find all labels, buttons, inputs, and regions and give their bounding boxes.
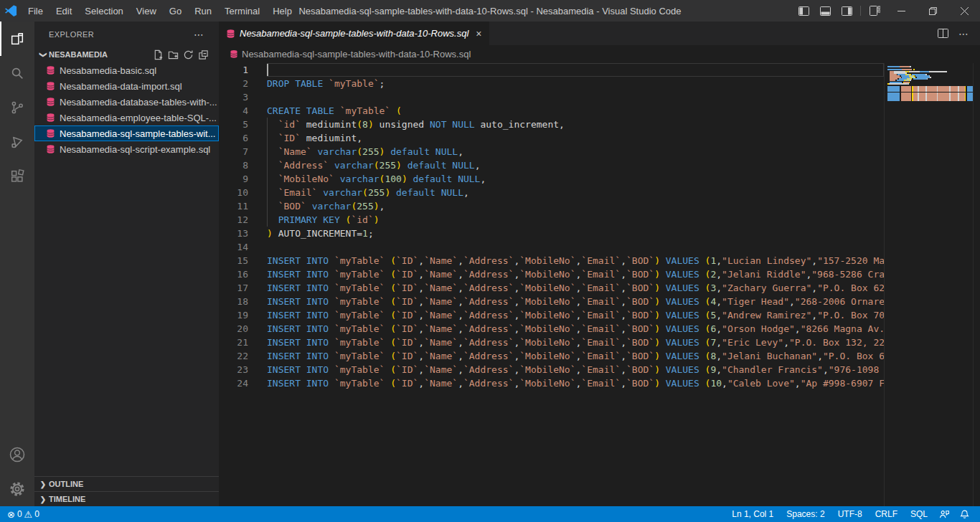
code-text: `MobileNo` varchar(100) default NULL, bbox=[267, 172, 486, 186]
overview-ruler-scrollbar[interactable] bbox=[973, 63, 980, 506]
new-file-icon[interactable] bbox=[153, 49, 164, 60]
search-icon[interactable] bbox=[0, 56, 34, 90]
file-item[interactable]: Nesabamedia-data-import.sql bbox=[34, 78, 219, 94]
section-timeline[interactable]: ❯TIMELINE bbox=[34, 491, 219, 506]
breadcrumb-file[interactable]: Nesabamedia-sql-sample-tables-with-data-… bbox=[242, 49, 471, 60]
line-number: 5 bbox=[219, 118, 267, 131]
line-number: 16 bbox=[219, 267, 267, 281]
code-line[interactable]: 23INSERT INTO `myTable` (`ID`,`Name`,`Ad… bbox=[219, 363, 884, 376]
code-line[interactable]: 7 `Name` varchar(255) default NULL, bbox=[219, 145, 884, 158]
editor-more-actions-icon[interactable]: ⋯ bbox=[958, 28, 970, 39]
run-and-debug-icon[interactable] bbox=[0, 125, 34, 159]
folder-section-header[interactable]: ❯ NESABAMEDIA bbox=[34, 47, 219, 62]
code-line[interactable]: 17INSERT INTO `myTable` (`ID`,`Name`,`Ad… bbox=[219, 281, 884, 295]
notifications-bell-icon[interactable] bbox=[955, 509, 974, 519]
code-line[interactable]: 5 `id` mediumint(8) unsigned NOT NULL au… bbox=[219, 118, 884, 131]
line-number: 4 bbox=[219, 104, 267, 118]
restore-button[interactable] bbox=[917, 0, 948, 22]
code-area[interactable]: 12DROP TABLE `myTable`;34CREATE TABLE `m… bbox=[219, 63, 884, 506]
file-item[interactable]: Nesabamedia-sql-script-example.sql bbox=[34, 141, 219, 157]
settings-gear-icon[interactable] bbox=[0, 472, 34, 506]
line-number: 18 bbox=[219, 295, 267, 308]
section-label: OUTLINE bbox=[49, 480, 83, 488]
menu-help[interactable]: Help bbox=[266, 0, 298, 22]
code-text: `id` mediumint(8) unsigned NOT NULL auto… bbox=[267, 118, 565, 131]
code-editor[interactable]: 12DROP TABLE `myTable`;34CREATE TABLE `m… bbox=[219, 63, 980, 506]
line-number: 7 bbox=[219, 145, 267, 158]
code-line[interactable]: 8 `Address` varchar(255) default NULL, bbox=[219, 158, 884, 172]
sql-file-icon bbox=[46, 128, 55, 138]
breadcrumb[interactable]: Nesabamedia-sql-sample-tables-with-data-… bbox=[219, 45, 980, 63]
new-folder-icon[interactable] bbox=[168, 49, 179, 60]
code-line[interactable]: 22INSERT INTO `myTable` (`ID`,`Name`,`Ad… bbox=[219, 349, 884, 363]
collapse-folders-icon[interactable] bbox=[198, 49, 209, 60]
refresh-icon[interactable] bbox=[183, 49, 194, 60]
file-name: Nesabamedia-sql-sample-tables-wit... bbox=[60, 128, 215, 139]
line-number: 9 bbox=[219, 172, 267, 186]
feedback-icon[interactable] bbox=[934, 510, 955, 519]
code-line[interactable]: 13) AUTO_INCREMENT=1; bbox=[219, 227, 884, 240]
language-mode[interactable]: SQL bbox=[904, 509, 934, 519]
source-control-icon[interactable] bbox=[0, 90, 34, 125]
tab-close-icon[interactable]: × bbox=[476, 29, 481, 39]
code-line[interactable]: 12 PRIMARY KEY (`id`) bbox=[219, 213, 884, 227]
code-line[interactable]: 11 `BOD` varchar(255), bbox=[219, 199, 884, 213]
close-window-button[interactable] bbox=[948, 0, 980, 22]
code-line[interactable]: 16INSERT INTO `myTable` (`ID`,`Name`,`Ad… bbox=[219, 267, 884, 281]
file-item[interactable]: Nesabamedia-database-tables-with-... bbox=[34, 94, 219, 110]
cursor-position[interactable]: Ln 1, Col 1 bbox=[725, 509, 780, 519]
menu-bar: FileEditSelectionViewGoRunTerminalHelp bbox=[22, 0, 298, 22]
sql-file-icon bbox=[46, 81, 55, 91]
menu-terminal[interactable]: Terminal bbox=[218, 0, 266, 22]
encoding[interactable]: UTF-8 bbox=[831, 509, 869, 519]
toggle-secondary-sidebar-icon[interactable] bbox=[836, 0, 857, 22]
chevron-right-icon: ❯ bbox=[37, 495, 49, 503]
explorer-icon[interactable] bbox=[0, 22, 34, 56]
tab-sql-file[interactable]: Nesabamedia-sql-sample-tables-with-data-… bbox=[219, 22, 489, 45]
code-line[interactable]: 21INSERT INTO `myTable` (`ID`,`Name`,`Ad… bbox=[219, 336, 884, 349]
file-item[interactable]: Nesabamedia-basic.sql bbox=[34, 62, 219, 78]
code-line[interactable]: 15INSERT INTO `myTable` (`ID`,`Name`,`Ad… bbox=[219, 254, 884, 267]
customize-layout-icon[interactable] bbox=[864, 0, 885, 22]
code-text: `ID` mediumint, bbox=[267, 131, 362, 145]
menu-go[interactable]: Go bbox=[163, 0, 188, 22]
code-line[interactable]: 3 bbox=[219, 90, 884, 104]
menu-file[interactable]: File bbox=[22, 0, 50, 22]
eol[interactable]: CRLF bbox=[869, 509, 904, 519]
problems-status[interactable]: ⊗ 0 ⚠ 0 bbox=[0, 509, 39, 520]
file-item[interactable]: Nesabamedia-sql-sample-tables-wit... bbox=[34, 125, 219, 141]
code-line[interactable]: 20INSERT INTO `myTable` (`ID`,`Name`,`Ad… bbox=[219, 322, 884, 336]
split-editor-icon[interactable] bbox=[938, 29, 948, 38]
editor-group: Nesabamedia-sql-sample-tables-with-data-… bbox=[219, 22, 980, 506]
code-line[interactable]: 19INSERT INTO `myTable` (`ID`,`Name`,`Ad… bbox=[219, 308, 884, 322]
code-line[interactable]: 4CREATE TABLE `myTable` ( bbox=[219, 104, 884, 118]
file-item[interactable]: Nesabamedia-employee-table-SQL-... bbox=[34, 110, 219, 125]
code-text: INSERT INTO `myTable` (`ID`,`Name`,`Addr… bbox=[267, 376, 884, 390]
toggle-panel-icon[interactable] bbox=[814, 0, 836, 22]
folder-name: NESABAMEDIA bbox=[49, 50, 108, 59]
menu-run[interactable]: Run bbox=[188, 0, 218, 22]
explorer-more-actions-icon[interactable]: ⋯ bbox=[194, 29, 204, 40]
warnings-icon: ⚠ bbox=[24, 509, 33, 520]
minimize-button[interactable] bbox=[885, 0, 917, 22]
extensions-icon[interactable] bbox=[0, 159, 34, 194]
menu-selection[interactable]: Selection bbox=[78, 0, 129, 22]
accounts-icon[interactable] bbox=[0, 437, 34, 472]
code-line[interactable]: 6 `ID` mediumint, bbox=[219, 131, 884, 145]
sql-file-icon bbox=[46, 65, 55, 75]
code-line[interactable]: 2DROP TABLE `myTable`; bbox=[219, 77, 884, 90]
code-line[interactable]: 9 `MobileNo` varchar(100) default NULL, bbox=[219, 172, 884, 186]
indentation[interactable]: Spaces: 2 bbox=[780, 509, 831, 519]
line-number: 22 bbox=[219, 349, 267, 363]
code-line[interactable]: 10 `Email` varchar(255) default NULL, bbox=[219, 186, 884, 199]
code-line[interactable]: 1 bbox=[219, 63, 884, 77]
code-line[interactable]: 24INSERT INTO `myTable` (`ID`,`Name`,`Ad… bbox=[219, 376, 884, 390]
menu-view[interactable]: View bbox=[130, 0, 163, 22]
menu-edit[interactable]: Edit bbox=[50, 0, 78, 22]
section-outline[interactable]: ❯OUTLINE bbox=[34, 476, 219, 491]
minimap[interactable]: DROP TABLE `myTable`;CREATE TABLE `myTab… bbox=[884, 63, 973, 506]
toggle-sidebar-icon[interactable] bbox=[793, 0, 814, 22]
code-text: INSERT INTO `myTable` (`ID`,`Name`,`Addr… bbox=[267, 308, 884, 322]
code-line[interactable]: 14 bbox=[219, 240, 884, 254]
code-line[interactable]: 18INSERT INTO `myTable` (`ID`,`Name`,`Ad… bbox=[219, 295, 884, 308]
